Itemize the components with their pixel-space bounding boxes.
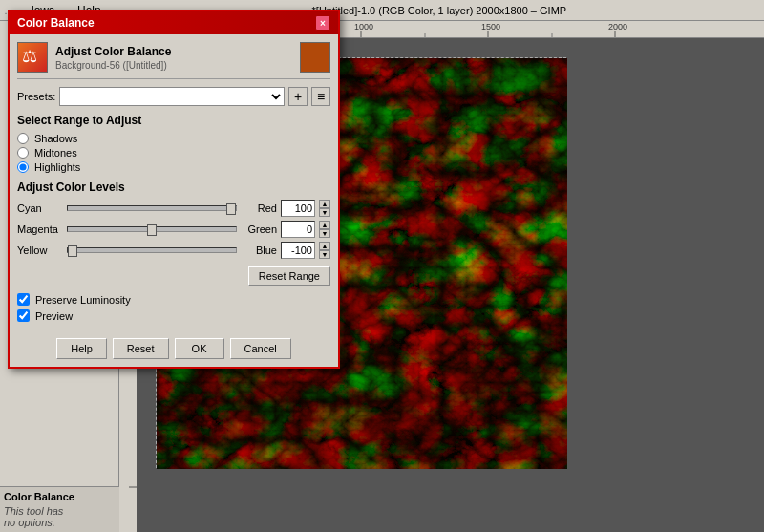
yellow-blue-spinner-buttons: ▲ ▼ <box>319 242 330 259</box>
shadows-label[interactable]: Shadows <box>34 133 77 144</box>
radio-item-shadows[interactable]: Shadows <box>17 133 330 144</box>
preview-label[interactable]: Preview <box>35 310 73 322</box>
red-label: Red <box>241 202 277 214</box>
preserve-luminosity-row[interactable]: Preserve Luminosity <box>17 293 330 306</box>
svg-text:2000: 2000 <box>608 22 627 32</box>
presets-add-button[interactable]: + <box>288 87 308 106</box>
svg-text:⚖: ⚖ <box>22 47 37 66</box>
yellow-blue-spinner[interactable] <box>281 242 315 259</box>
dialog-tool-icon: ⚖ <box>17 42 48 73</box>
presets-select[interactable] <box>59 87 285 106</box>
preserve-luminosity-label[interactable]: Preserve Luminosity <box>35 294 131 306</box>
svg-text:1000: 1000 <box>354 22 373 32</box>
magenta-green-spinner-buttons: ▲ ▼ <box>319 221 330 238</box>
magenta-green-slider-thumb[interactable] <box>147 224 157 236</box>
tool-options-title: Color Balance <box>4 491 116 502</box>
dialog-header-title: Adjust Color Balance <box>55 45 171 58</box>
svg-rect-25 <box>301 43 330 73</box>
preview-checkbox[interactable] <box>17 309 30 322</box>
radio-item-midtones[interactable]: Midtones <box>17 147 330 159</box>
presets-menu-button[interactable]: ≡ <box>311 87 330 106</box>
yellow-blue-up-button[interactable]: ▲ <box>319 242 330 250</box>
dialog-title: Color Balance <box>17 16 95 30</box>
dialog-close-button[interactable]: × <box>315 15 330 31</box>
sliders-section: Cyan Red ▲ ▼ Magenta Green <box>17 200 330 259</box>
dialog-header: ⚖ Adjust Color Balance Background-56 ([U… <box>17 42 330 79</box>
yellow-blue-slider-track[interactable] <box>67 247 237 253</box>
help-button[interactable]: Help <box>56 338 107 359</box>
range-radio-group: Shadows Midtones Highlights <box>17 133 330 173</box>
cyan-red-slider-track[interactable] <box>67 205 237 211</box>
presets-label: Presets: <box>17 91 55 102</box>
cyan-label: Cyan <box>17 202 63 214</box>
svg-text:1500: 1500 <box>481 22 500 32</box>
green-label: Green <box>241 223 277 235</box>
dialog-header-subtitle: Background-56 ([Untitled]) <box>55 60 171 71</box>
tool-options-text: This tool has no options. <box>4 505 116 528</box>
dialog-titlebar: Color Balance × <box>10 11 338 34</box>
cyan-red-up-button[interactable]: ▲ <box>319 200 330 208</box>
magenta-green-slider-track[interactable] <box>67 226 237 232</box>
dialog-header-text: Adjust Color Balance Background-56 ([Unt… <box>55 45 171 71</box>
yellow-label: Yellow <box>17 245 63 256</box>
cyan-red-spinner-buttons: ▲ ▼ <box>319 200 330 217</box>
cyan-red-slider-thumb[interactable] <box>226 203 236 215</box>
magenta-label: Magenta <box>17 223 63 235</box>
reset-range-row: Reset Range <box>17 266 330 286</box>
preserve-luminosity-checkbox[interactable] <box>17 293 30 306</box>
magenta-green-row: Magenta Green ▲ ▼ <box>17 221 330 238</box>
yellow-blue-down-button[interactable]: ▼ <box>319 250 330 259</box>
magenta-green-down-button[interactable]: ▼ <box>319 229 330 238</box>
tool-options-section: Color Balance This tool has no options. <box>0 486 119 532</box>
reset-range-button[interactable]: Reset Range <box>248 266 330 286</box>
presets-row: Presets: + ≡ <box>17 87 330 106</box>
magenta-green-spinner[interactable] <box>281 221 315 238</box>
shadows-radio[interactable] <box>17 133 29 144</box>
dialog-buttons: Help Reset OK Cancel <box>17 330 330 359</box>
midtones-label[interactable]: Midtones <box>34 147 77 159</box>
cyan-red-down-button[interactable]: ▼ <box>319 208 330 217</box>
color-balance-dialog: Color Balance × ⚖ Adjust Color Ba <box>8 10 340 369</box>
cyan-red-spinner[interactable] <box>281 200 315 217</box>
yellow-blue-slider-thumb[interactable] <box>68 245 77 257</box>
highlights-radio[interactable] <box>17 161 29 173</box>
cyan-red-row: Cyan Red ▲ ▼ <box>17 200 330 217</box>
preview-row[interactable]: Preview <box>17 309 330 322</box>
midtones-radio[interactable] <box>17 147 29 159</box>
preview-thumbnail <box>300 42 330 73</box>
yellow-blue-row: Yellow Blue ▲ ▼ <box>17 242 330 259</box>
highlights-label[interactable]: Highlights <box>34 161 80 173</box>
radio-item-highlights[interactable]: Highlights <box>17 161 330 173</box>
reset-button[interactable]: Reset <box>113 338 169 359</box>
ok-button[interactable]: OK <box>175 338 224 359</box>
magenta-green-up-button[interactable]: ▲ <box>319 221 330 229</box>
adjust-levels-header: Adjust Color Levels <box>17 181 330 194</box>
select-range-header: Select Range to Adjust <box>17 114 330 127</box>
cancel-button[interactable]: Cancel <box>230 338 291 359</box>
blue-label: Blue <box>241 245 277 256</box>
dialog-content: ⚖ Adjust Color Balance Background-56 ([U… <box>10 34 338 367</box>
